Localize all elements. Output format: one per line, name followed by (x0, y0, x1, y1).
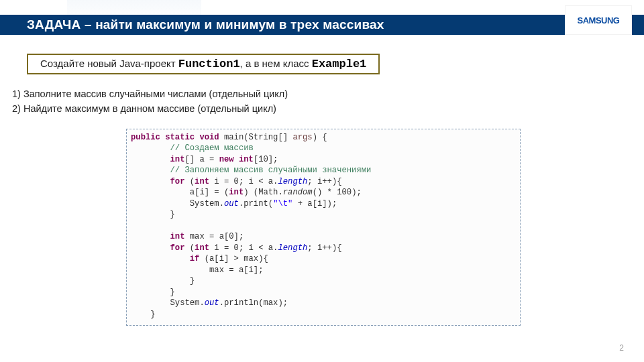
code-text: } (131, 288, 175, 297)
code-text: .print( (239, 199, 273, 208)
code-text: ( (184, 177, 195, 186)
code-param: args (292, 133, 312, 142)
code-text: ( (184, 243, 195, 253)
code-kw: public static void (131, 133, 219, 142)
code-field: out (205, 298, 219, 308)
header-bar: ЗАДАЧА – найти максимум и минимум в трех… (0, 15, 644, 35)
code-text: System. (131, 199, 224, 208)
code-field: length (278, 177, 307, 186)
code-text: (a[i] > max){ (199, 254, 268, 263)
code-field: length (278, 243, 307, 253)
code-text: max = a[i]; (131, 265, 263, 275)
logo-box: SAMSUNG (565, 5, 632, 35)
instruction-class: Example1 (312, 58, 367, 70)
code-kw: int (131, 155, 184, 164)
page-title: ЗАДАЧА – найти максимум и минимум в трех… (27, 17, 384, 32)
instruction-box: Создайте новый Java-проект Function1, а … (27, 54, 380, 74)
code-text: a[i] = ( (131, 188, 229, 197)
code-text: i = 0; i < a. (209, 177, 278, 186)
code-text: ; i++){ (307, 177, 341, 186)
code-field: out (224, 199, 239, 208)
code-comment: // Создаем массив (131, 143, 254, 153)
code-kw: int (131, 232, 184, 241)
code-kw: int (195, 243, 209, 253)
code-text: } (131, 210, 175, 219)
steps-list: 1) Заполните массив случайными числами (… (12, 87, 288, 117)
step-2: 2) Найдите максимум в данном массиве (от… (12, 102, 288, 117)
code-text: main(String[] (219, 133, 293, 142)
code-kw: for (131, 243, 184, 253)
code-text: } (131, 310, 156, 319)
instruction-function: Function1 (178, 58, 240, 70)
code-kw: for (131, 177, 184, 186)
code-block: public static void main(String[] args) {… (126, 129, 521, 326)
code-text: ) (Math. (244, 188, 283, 197)
code-text: [] a = (184, 155, 219, 164)
page-number: 2 (619, 343, 624, 353)
code-string: "\t" (273, 199, 292, 208)
code-kw: int (195, 177, 209, 186)
code-method: random (283, 188, 313, 197)
code-text: i = 0; i < a. (209, 243, 278, 253)
code-kw: if (131, 254, 199, 263)
code-text: System. (131, 298, 205, 308)
code-text: max = a[0]; (184, 232, 244, 241)
instruction-prefix: Создайте новый Java-проект (40, 58, 178, 69)
code-text: ; i++){ (307, 243, 341, 253)
code-kw: new int (219, 155, 254, 164)
samsung-logo: SAMSUNG (578, 15, 620, 25)
code-text: ) { (313, 133, 327, 142)
step-1: 1) Заполните массив случайными числами (… (12, 87, 288, 102)
code-text: [10]; (254, 155, 278, 164)
code-kw: int (229, 188, 244, 197)
code-comment: // Заполняем массив случайными значениям… (131, 166, 371, 175)
code-text: () * 100); (313, 188, 362, 197)
code-text: + a[i]); (292, 199, 337, 208)
code-text: } (131, 276, 195, 286)
code-text: .println(max); (219, 298, 288, 308)
instruction-mid: , а в нем класс (240, 58, 312, 69)
